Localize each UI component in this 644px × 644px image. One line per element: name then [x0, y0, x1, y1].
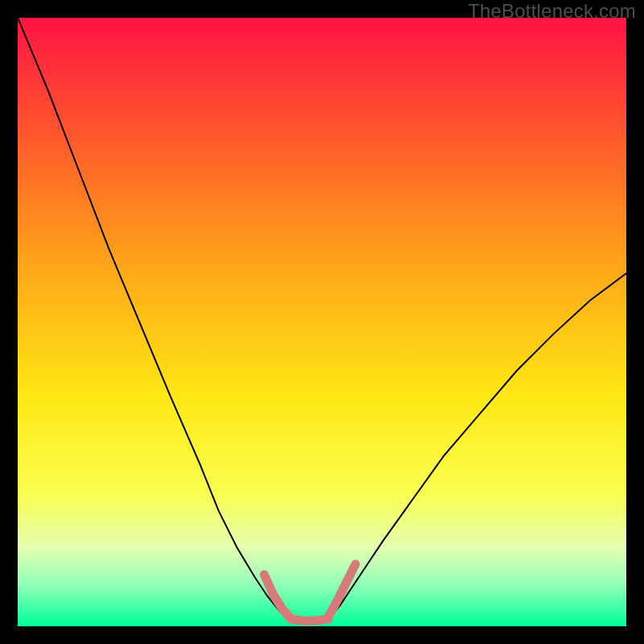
chart-frame: TheBottleneck.com: [0, 0, 644, 644]
gradient-background: [18, 18, 626, 626]
watermark-text: TheBottleneck.com: [468, 0, 636, 23]
series-highlight-bottom: [291, 619, 328, 621]
bottleneck-chart: [18, 18, 626, 626]
